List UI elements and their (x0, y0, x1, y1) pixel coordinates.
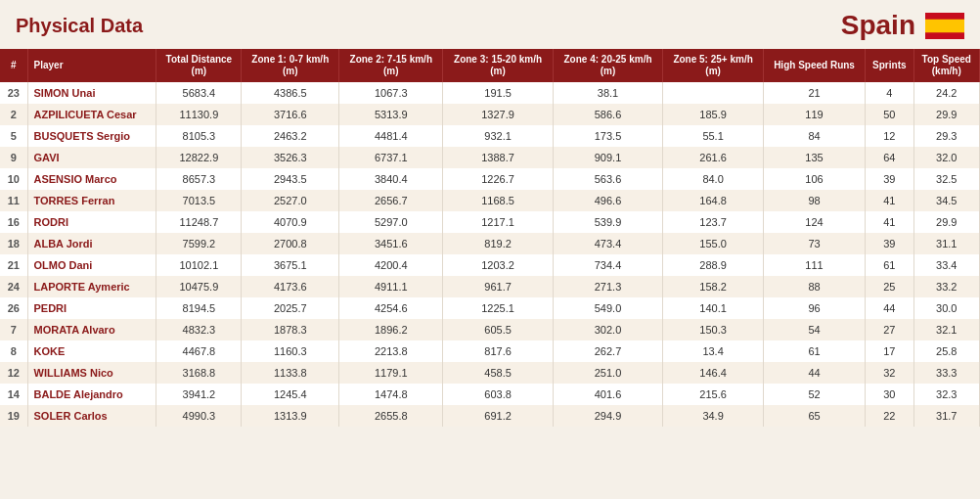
cell-player: ALBA Jordi (27, 233, 156, 254)
cell-total: 11248.7 (156, 211, 242, 233)
cell-z2: 1896.2 (339, 319, 443, 340)
cell-z2: 1179.1 (339, 362, 443, 384)
cell-z1: 1313.9 (242, 405, 339, 427)
cell-topspeed: 29.3 (913, 125, 980, 147)
cell-sprints: 27 (866, 319, 913, 340)
cell-topspeed: 31.1 (913, 233, 980, 254)
table-row: 2AZPILICUETA Cesar11130.93716.65313.9132… (0, 104, 980, 125)
col-player: Player (27, 49, 156, 82)
cell-sprints: 50 (866, 104, 913, 125)
cell-num: 18 (0, 233, 27, 254)
table-row: 7MORATA Alvaro4832.31878.31896.2605.5302… (0, 319, 980, 340)
cell-num: 24 (0, 276, 27, 297)
cell-z5: 150.3 (663, 319, 764, 340)
cell-z3: 191.5 (443, 82, 553, 104)
cell-total: 7599.2 (156, 233, 242, 254)
cell-z4: 251.0 (553, 362, 662, 384)
cell-hsr: 88 (763, 276, 865, 297)
cell-z2: 2656.7 (339, 190, 443, 211)
cell-player: TORRES Ferran (27, 190, 156, 211)
cell-total: 12822.9 (156, 147, 242, 168)
cell-player: MORATA Alvaro (27, 319, 156, 340)
cell-topspeed: 29.9 (913, 104, 980, 125)
cell-num: 7 (0, 319, 27, 340)
cell-sprints: 39 (866, 233, 913, 254)
cell-sprints: 39 (866, 168, 913, 190)
cell-player: RODRI (27, 211, 156, 233)
table-row: 8KOKE4467.81160.32213.8817.6262.713.4611… (0, 340, 980, 362)
cell-hsr: 84 (763, 125, 865, 147)
cell-num: 11 (0, 190, 27, 211)
cell-sprints: 44 (866, 297, 913, 319)
col-zone2: Zone 2: 7-15 km/h(m) (339, 49, 443, 82)
table-row: 14BALDE Alejandro3941.21245.41474.8603.8… (0, 384, 980, 405)
table-row: 18ALBA Jordi7599.22700.83451.6819.2473.4… (0, 233, 980, 254)
cell-total: 4467.8 (156, 340, 242, 362)
cell-z1: 2943.5 (242, 168, 339, 190)
cell-z3: 961.7 (443, 276, 553, 297)
cell-num: 21 (0, 254, 27, 276)
cell-z5: 261.6 (663, 147, 764, 168)
cell-z4: 473.4 (553, 233, 662, 254)
cell-z1: 2463.2 (242, 125, 339, 147)
cell-z3: 1168.5 (443, 190, 553, 211)
cell-topspeed: 32.5 (913, 168, 980, 190)
cell-z5: 123.7 (663, 211, 764, 233)
cell-hsr: 119 (763, 104, 865, 125)
cell-num: 8 (0, 340, 27, 362)
cell-sprints: 4 (866, 82, 913, 104)
cell-z1: 2527.0 (242, 190, 339, 211)
cell-num: 26 (0, 297, 27, 319)
cell-topspeed: 29.9 (913, 211, 980, 233)
cell-z5: 140.1 (663, 297, 764, 319)
cell-num: 2 (0, 104, 27, 125)
page-header: Physical Data Spain (0, 0, 980, 49)
cell-z1: 4173.6 (242, 276, 339, 297)
cell-topspeed: 24.2 (913, 82, 980, 104)
cell-z5: 155.0 (663, 233, 764, 254)
cell-z4: 586.6 (553, 104, 662, 125)
cell-sprints: 25 (866, 276, 913, 297)
cell-topspeed: 32.3 (913, 384, 980, 405)
cell-topspeed: 33.2 (913, 276, 980, 297)
cell-topspeed: 34.5 (913, 190, 980, 211)
cell-z2: 4911.1 (339, 276, 443, 297)
cell-player: AZPILICUETA Cesar (27, 104, 156, 125)
cell-total: 3941.2 (156, 384, 242, 405)
table-row: 23SIMON Unai5683.44386.51067.3191.538.12… (0, 82, 980, 104)
cell-total: 4832.3 (156, 319, 242, 340)
cell-topspeed: 32.0 (913, 147, 980, 168)
cell-z1: 1133.8 (242, 362, 339, 384)
cell-sprints: 17 (866, 340, 913, 362)
cell-hsr: 124 (763, 211, 865, 233)
table-row: 16RODRI11248.74070.95297.01217.1539.9123… (0, 211, 980, 233)
cell-total: 8194.5 (156, 297, 242, 319)
cell-hsr: 65 (763, 405, 865, 427)
cell-z4: 173.5 (553, 125, 662, 147)
col-number: # (0, 49, 27, 82)
cell-topspeed: 25.8 (913, 340, 980, 362)
cell-z1: 4386.5 (242, 82, 339, 104)
cell-player: WILLIAMS Nico (27, 362, 156, 384)
table-row: 12WILLIAMS Nico3168.81133.81179.1458.525… (0, 362, 980, 384)
cell-hsr: 111 (763, 254, 865, 276)
cell-player: KOKE (27, 340, 156, 362)
cell-z2: 4200.4 (339, 254, 443, 276)
cell-sprints: 32 (866, 362, 913, 384)
cell-z3: 458.5 (443, 362, 553, 384)
cell-z4: 496.6 (553, 190, 662, 211)
cell-sprints: 41 (866, 211, 913, 233)
cell-topspeed: 31.7 (913, 405, 980, 427)
cell-z3: 932.1 (443, 125, 553, 147)
cell-z1: 1245.4 (242, 384, 339, 405)
cell-z5: 55.1 (663, 125, 764, 147)
cell-total: 10102.1 (156, 254, 242, 276)
table-row: 5BUSQUETS Sergio8105.32463.24481.4932.11… (0, 125, 980, 147)
cell-z2: 1474.8 (339, 384, 443, 405)
cell-num: 16 (0, 211, 27, 233)
cell-z2: 3451.6 (339, 233, 443, 254)
cell-z5: 34.9 (663, 405, 764, 427)
cell-player: OLMO Dani (27, 254, 156, 276)
table-row: 10ASENSIO Marco8657.32943.53840.41226.75… (0, 168, 980, 190)
cell-hsr: 106 (763, 168, 865, 190)
